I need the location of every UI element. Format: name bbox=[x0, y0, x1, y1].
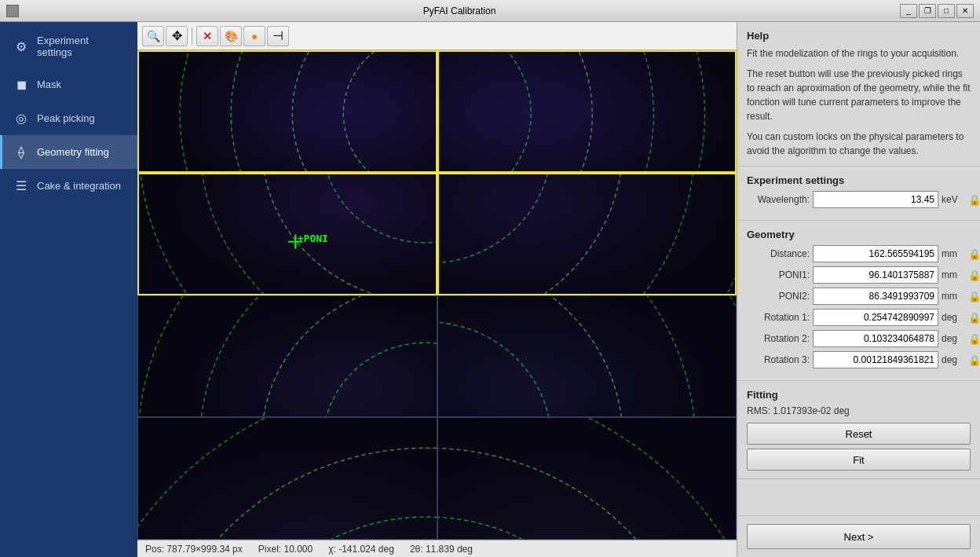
fitting-title: Fitting bbox=[747, 389, 971, 401]
svg-rect-40 bbox=[438, 296, 737, 417]
sidebar-item-mask[interactable]: ◼ Mask bbox=[0, 68, 137, 101]
help-para-1: Fit the modelization of the rings to you… bbox=[747, 46, 971, 60]
main-layout: ⚙ Experiment settings ◼ Mask ◎ Peak pick… bbox=[0, 22, 980, 557]
svg-rect-26 bbox=[439, 174, 736, 294]
app-icon bbox=[6, 5, 19, 17]
rot1-input[interactable] bbox=[813, 309, 938, 326]
peak-icon: ◎ bbox=[13, 111, 29, 126]
poni2-row: PONI2: mm 🔒 bbox=[747, 288, 971, 305]
sidebar-item-geometry-fitting[interactable]: ⟠ Geometry fitting bbox=[0, 135, 137, 169]
rot3-label: Rotation 3: bbox=[747, 354, 810, 365]
fit-button[interactable]: Fit bbox=[747, 449, 971, 471]
help-title: Help bbox=[747, 30, 971, 42]
wavelength-row: Wavelength: keV 🔒 bbox=[747, 191, 971, 208]
help-para-2: The reset button will use the previously… bbox=[747, 67, 971, 123]
rot2-label: Rotation 2: bbox=[747, 333, 810, 344]
image-cell-3-1 bbox=[437, 417, 737, 540]
rot3-row: Rotation 3: deg 🔒 bbox=[747, 351, 971, 368]
rot3-input[interactable] bbox=[813, 351, 938, 368]
next-button[interactable]: Next > bbox=[747, 524, 971, 549]
image-cell-0-0 bbox=[137, 50, 437, 173]
experiment-settings-title: Experiment settings bbox=[747, 174, 971, 186]
settings-icon: ⚙ bbox=[13, 39, 29, 54]
rot3-unit: deg bbox=[942, 354, 965, 365]
reset-tool[interactable]: ✕ bbox=[196, 26, 218, 46]
panel-spacer bbox=[737, 479, 980, 515]
wavelength-label: Wavelength: bbox=[747, 194, 810, 205]
rot3-lock-icon[interactable]: 🔒 bbox=[968, 354, 980, 366]
colormap-tool[interactable]: 🎨 bbox=[220, 26, 242, 46]
sidebar-label-geometry-fitting: Geometry fitting bbox=[37, 146, 109, 158]
image-grid: +PONI bbox=[137, 50, 737, 540]
rot1-lock-icon[interactable]: 🔒 bbox=[968, 312, 980, 324]
image-cell-2-0 bbox=[137, 295, 437, 418]
svg-rect-16 bbox=[139, 174, 436, 294]
image-viewer[interactable]: +PONI bbox=[137, 50, 737, 540]
sidebar-label-cake-integration: Cake & integration bbox=[37, 180, 121, 192]
distance-lock-icon[interactable]: 🔒 bbox=[968, 248, 980, 260]
image-cell-1-1 bbox=[437, 173, 737, 295]
wavelength-unit: keV bbox=[942, 194, 965, 205]
poni1-label: PONI1: bbox=[747, 269, 810, 280]
geometry-section: Geometry Distance: mm 🔒 PONI1: mm 🔒 PONI… bbox=[737, 221, 980, 381]
image-cell-1-0: +PONI bbox=[137, 173, 437, 295]
rot1-label: Rotation 1: bbox=[747, 312, 810, 323]
cake-icon: ☰ bbox=[13, 178, 29, 193]
rot2-lock-icon[interactable]: 🔒 bbox=[968, 333, 980, 345]
fitting-section: Fitting RMS: 1.017393e-02 deg Reset Fit bbox=[737, 381, 980, 479]
status-chi: χ: -141.024 deg bbox=[328, 544, 394, 555]
wavelength-lock-icon[interactable]: 🔒 bbox=[968, 194, 980, 206]
distance-unit: mm bbox=[942, 248, 965, 259]
poni1-input[interactable] bbox=[813, 266, 938, 284]
svg-rect-47 bbox=[138, 418, 437, 539]
pan-tool[interactable]: ✥ bbox=[166, 26, 188, 46]
image-cell-3-0 bbox=[137, 417, 437, 540]
rms-display: RMS: 1.017393e-02 deg bbox=[747, 405, 971, 416]
minimize-button[interactable]: _ bbox=[900, 4, 917, 18]
sidebar-item-peak-picking[interactable]: ◎ Peak picking bbox=[0, 101, 137, 135]
marker-tool[interactable]: ● bbox=[243, 26, 265, 46]
svg-rect-33 bbox=[138, 296, 437, 417]
toolbar: 🔍 ✥ ✕ 🎨 ● ⊣ bbox=[137, 22, 737, 50]
title-bar-buttons: _ ❐ □ ✕ bbox=[900, 4, 974, 18]
sidebar-label-experiment-settings: Experiment settings bbox=[37, 35, 126, 58]
title-bar: PyFAI Calibration _ ❐ □ ✕ bbox=[0, 0, 980, 22]
reset-button[interactable]: Reset bbox=[747, 423, 971, 445]
distance-input[interactable] bbox=[813, 245, 938, 262]
mask-icon: ◼ bbox=[13, 77, 29, 92]
rot2-input[interactable] bbox=[813, 330, 938, 347]
experiment-settings-section: Experiment settings Wavelength: keV 🔒 bbox=[737, 167, 980, 221]
sidebar-item-experiment-settings[interactable]: ⚙ Experiment settings bbox=[0, 25, 137, 68]
distance-row: Distance: mm 🔒 bbox=[747, 245, 971, 262]
poni1-unit: mm bbox=[942, 269, 965, 280]
rot2-unit: deg bbox=[942, 333, 965, 344]
close-button[interactable]: ✕ bbox=[956, 4, 974, 18]
content-area: 🔍 ✥ ✕ 🎨 ● ⊣ bbox=[137, 22, 737, 557]
poni2-input[interactable] bbox=[813, 288, 938, 305]
sidebar-label-mask: Mask bbox=[37, 79, 61, 90]
right-panel: Help Fit the modelization of the rings t… bbox=[737, 22, 980, 557]
wavelength-input[interactable] bbox=[813, 191, 938, 208]
help-para-3: You can custom locks on the physical par… bbox=[747, 130, 971, 158]
image-cell-2-1 bbox=[437, 295, 737, 418]
axis-tool[interactable]: ⊣ bbox=[267, 26, 289, 46]
status-bar: Pos: 787.79×999.34 px Pixel: 10.000 χ: -… bbox=[137, 540, 737, 557]
poni2-unit: mm bbox=[942, 291, 965, 302]
distance-label: Distance: bbox=[747, 248, 810, 259]
restore-button[interactable]: ❐ bbox=[919, 4, 936, 18]
zoom-tool[interactable]: 🔍 bbox=[142, 26, 164, 46]
rot1-row: Rotation 1: deg 🔒 bbox=[747, 309, 971, 326]
poni1-lock-icon[interactable]: 🔒 bbox=[968, 269, 980, 281]
poni2-lock-icon[interactable]: 🔒 bbox=[968, 291, 980, 302]
help-text: Fit the modelization of the rings to you… bbox=[747, 46, 971, 158]
status-tth: 2θ: 11.839 deg bbox=[410, 544, 473, 555]
sidebar-item-cake-integration[interactable]: ☰ Cake & integration bbox=[0, 169, 137, 203]
sidebar-label-peak-picking: Peak picking bbox=[37, 112, 95, 124]
rot1-unit: deg bbox=[942, 312, 965, 323]
geometry-title: Geometry bbox=[747, 229, 971, 240]
svg-rect-53 bbox=[438, 418, 737, 539]
maximize-button[interactable]: □ bbox=[938, 4, 955, 18]
rot2-row: Rotation 2: deg 🔒 bbox=[747, 330, 971, 347]
poni2-label: PONI2: bbox=[747, 291, 810, 302]
status-pos: Pos: 787.79×999.34 px bbox=[145, 544, 243, 555]
